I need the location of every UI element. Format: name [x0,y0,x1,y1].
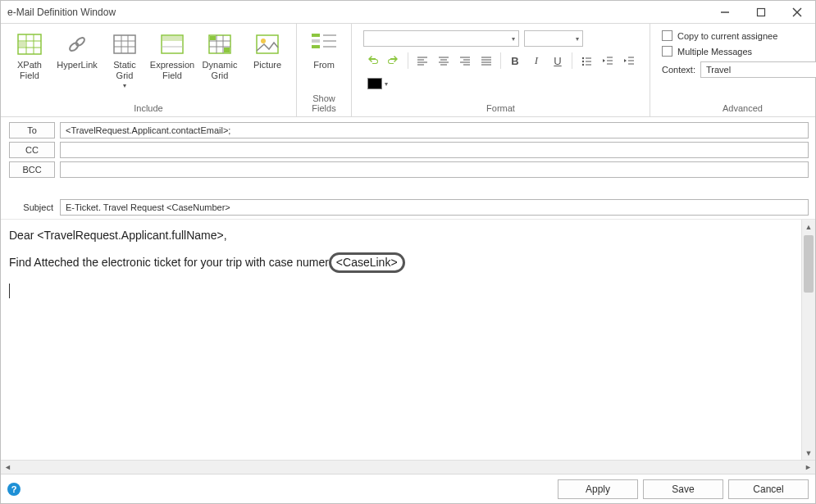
horizontal-scrollbar[interactable]: ◄ ► [1,460,815,474]
close-button[interactable] [779,1,815,24]
scroll-left-icon[interactable]: ◄ [1,461,15,474]
picture-button[interactable]: Picture [244,27,291,75]
showfields-group-label: Show Fields [302,92,346,116]
window-title: e-Mail Definition Window [7,7,707,18]
svg-rect-18 [162,36,182,41]
static-grid-icon [111,32,139,57]
to-input[interactable]: <TravelRequest.Applicant.contactEmail>; [60,122,809,138]
outdent-button[interactable] [599,52,617,70]
svg-marker-25 [210,36,216,40]
svg-marker-26 [224,48,230,52]
svg-point-10 [68,42,80,52]
redo-button[interactable] [385,52,403,70]
subject-label: Subject [9,202,55,212]
ribbon-group-include: XPathField HyperLink StaticGrid ▾ [1,24,297,116]
chevron-down-icon: ▾ [576,35,579,43]
checkbox-icon [662,30,672,41]
advanced-group-label: Advanced [655,102,816,116]
indent-button[interactable] [620,52,638,70]
caselink-token: <CaseLink> [329,252,405,272]
subject-input[interactable]: E-Ticket. Travel Request <CaseNumber> [60,199,809,216]
hyperlink-button[interactable]: HyperLink [53,27,101,75]
xpath-field-label: XPathField [17,60,42,80]
format-group-label: Format [357,102,645,116]
svg-rect-1 [758,8,765,16]
scroll-thumb[interactable] [804,235,814,293]
align-left-button[interactable] [413,52,431,70]
bcc-input[interactable] [60,161,809,178]
dynamic-grid-label: DynamicGrid [203,60,238,80]
static-grid-label: StaticGrid [113,60,136,80]
link-icon [63,32,91,57]
editor-area: Dear <TravelRequest.Applicant.fullName>,… [1,219,815,460]
expression-field-button[interactable]: ExpressionField [148,27,196,85]
email-definition-window: e-Mail Definition Window XPathField [0,0,816,504]
header-fields: To <TravelRequest.Applicant.contactEmail… [1,117,815,219]
align-center-button[interactable] [435,52,453,70]
svg-marker-51 [603,59,605,62]
color-swatch-icon [367,78,382,89]
xpath-field-button[interactable]: XPathField [6,27,53,85]
expression-field-label: ExpressionField [150,60,194,80]
context-dropdown[interactable]: Travel ▾ [700,61,816,78]
from-button[interactable]: From [302,27,346,75]
grid-field-icon [16,32,43,57]
to-button[interactable]: To [9,122,55,138]
include-group-label: Include [6,102,291,116]
minimize-button[interactable] [707,1,743,24]
ribbon-group-showfields: From Show Fields [297,24,352,116]
font-color-button[interactable]: ▾ [363,75,392,93]
footer: ? Apply Save Cancel [1,474,815,503]
body-line-2: Find Atteched the electronic ticket for … [9,252,793,272]
context-value: Travel [706,65,731,75]
svg-point-49 [582,64,584,66]
dynamic-grid-icon [206,32,234,57]
save-button[interactable]: Save [643,479,723,499]
scroll-down-icon[interactable]: ▼ [802,446,815,460]
chevron-down-icon: ▾ [385,80,388,88]
svg-rect-12 [114,35,135,53]
multiple-messages-checkbox[interactable]: Multiple Messages [662,46,816,57]
cc-input[interactable] [60,142,809,158]
show-fields-icon [310,32,338,57]
scroll-up-icon[interactable]: ▲ [802,220,815,234]
bullet-list-button[interactable] [577,52,595,70]
svg-point-28 [261,39,266,43]
checkbox-icon [662,46,672,57]
italic-button[interactable]: I [527,52,545,70]
ribbon-group-format: ▾ ▾ [352,24,650,116]
chevron-down-icon: ▾ [512,35,515,43]
help-button[interactable]: ? [7,483,21,496]
font-size-dropdown[interactable]: ▾ [524,30,583,47]
expression-field-icon [158,32,186,57]
svg-point-47 [582,61,584,62]
scroll-right-icon[interactable]: ► [801,461,815,474]
maximize-button[interactable] [743,1,779,24]
svg-point-11 [75,36,86,47]
svg-rect-9 [19,42,25,47]
align-justify-button[interactable] [477,52,495,70]
window-buttons [707,1,815,24]
svg-point-45 [582,57,584,59]
static-grid-button[interactable]: StaticGrid ▾ [101,27,148,94]
cancel-button[interactable]: Cancel [728,479,809,499]
copy-to-assignee-label: Copy to current assignee [677,31,777,41]
undo-button[interactable] [363,52,381,70]
context-label: Context: [662,65,695,75]
bcc-button[interactable]: BCC [9,161,55,178]
copy-to-assignee-checkbox[interactable]: Copy to current assignee [662,30,816,41]
underline-button[interactable]: U [549,52,567,70]
picture-label: Picture [253,60,281,70]
ribbon: XPathField HyperLink StaticGrid ▾ [1,24,815,117]
dynamic-grid-button[interactable]: DynamicGrid [196,27,244,85]
body-line-1: Dear <TravelRequest.Applicant.fullName>, [9,226,793,244]
email-body-editor[interactable]: Dear <TravelRequest.Applicant.fullName>,… [1,220,801,460]
font-family-dropdown[interactable]: ▾ [363,30,519,47]
apply-button[interactable]: Apply [558,479,638,499]
cc-button[interactable]: CC [9,142,55,158]
vertical-scrollbar[interactable]: ▲ ▼ [801,220,815,460]
align-right-button[interactable] [456,52,474,70]
bold-button[interactable]: B [506,52,524,70]
from-label: From [313,60,335,70]
body-cursor-line [9,281,793,299]
